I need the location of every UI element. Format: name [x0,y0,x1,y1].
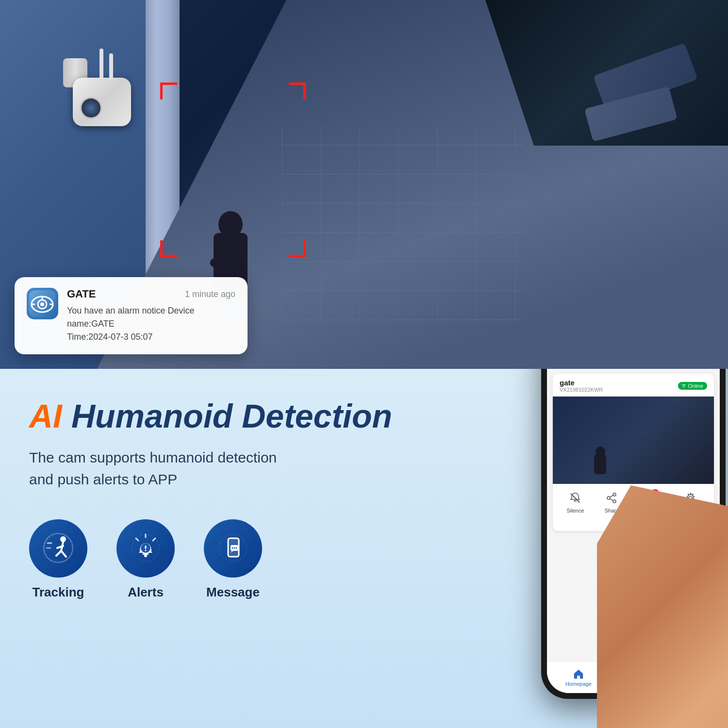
tracking-circle [29,519,87,578]
intruder-head [218,211,243,238]
notif-content: GATE 1 minute ago You have an alarm noti… [67,288,235,344]
message-icon [217,532,249,564]
bottom-section: AI Humanoid Detection The cam supports h… [0,369,728,728]
tracking-icon [43,532,74,564]
svg-point-30 [232,547,233,549]
notif-header: GATE 1 minute ago [67,288,235,300]
title-rest: Humanoid Detection [62,397,392,434]
message-circle [204,519,262,578]
camera-lens [80,97,102,119]
svg-rect-23 [145,546,146,549]
alerts-label: Alerts [128,585,164,600]
svg-line-10 [56,551,61,556]
device-name: gate [560,379,603,387]
security-camera [63,58,150,155]
tracking-label: Tracking [33,585,84,600]
antenna-1 [99,49,103,80]
online-badge: Online [678,382,707,390]
device-info: gate VX21981022KWR [560,379,603,393]
hand [573,437,728,728]
message-label: Message [206,585,260,600]
title-ai: AI [29,397,62,434]
online-text: Online [688,383,703,389]
hand-shape [597,485,728,728]
camera-scene: GATE 1 minute ago You have an alarm noti… [0,0,728,369]
notification-card: GATE 1 minute ago You have an alarm noti… [15,277,248,354]
description-text: The cam supports humanoid detectionand p… [29,447,369,490]
notif-message-line1: You have an alarm notice Device name:GAT… [67,306,195,329]
phone-mockup: 05:07 [529,369,728,728]
device-header: gate VX21981022KWR Online [553,374,714,397]
svg-line-11 [61,551,66,557]
feature-message: Message [204,519,262,600]
notif-message-line2: Time:2024-07-3 05:07 [67,332,152,342]
notif-message: You have an alarm notice Device name:GAT… [67,304,235,344]
alerts-icon [130,532,162,564]
svg-point-3 [40,302,44,306]
svg-point-21 [144,554,147,557]
antenna-2 [109,53,113,80]
svg-point-24 [145,550,146,551]
svg-point-31 [233,547,235,549]
notif-title: GATE [67,288,96,300]
path-tiles [281,126,524,320]
cars-area [534,49,704,146]
feature-alerts: Alerts [116,519,175,600]
notif-time: 1 minute ago [185,289,235,299]
device-id: VX21981022KWR [560,387,603,393]
feature-tracking: Tracking [29,519,87,600]
svg-line-19 [136,538,138,541]
finger-highlight [723,510,728,607]
wifi-small-icon [682,384,686,388]
intruder-arm [209,247,238,269]
camera-body [73,78,131,126]
notif-app-icon [27,288,58,319]
svg-point-32 [235,547,237,549]
alerts-circle [116,519,175,578]
svg-line-18 [153,538,155,541]
